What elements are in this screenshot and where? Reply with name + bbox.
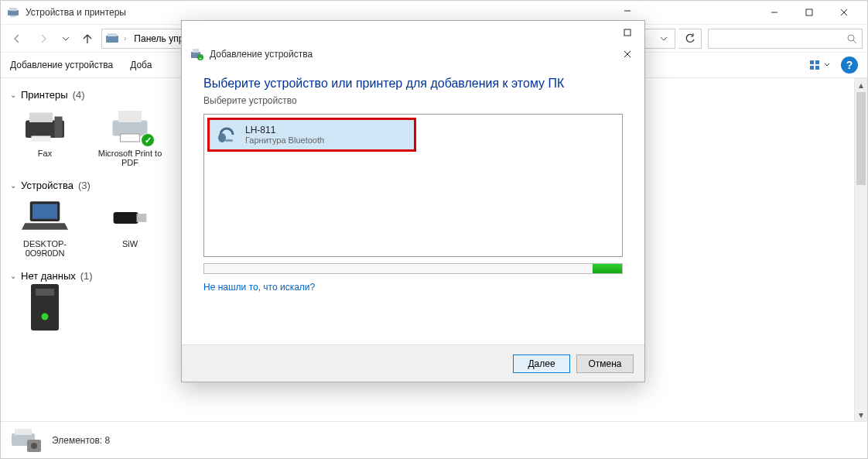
scroll-down-button[interactable]: ▾ bbox=[855, 408, 867, 421]
svg-rect-21 bbox=[121, 134, 140, 142]
item-label: SiW bbox=[122, 239, 138, 248]
device-item-microsoft-print-pdf[interactable]: ✓ Microsoft Print to PDF bbox=[95, 107, 165, 167]
svg-rect-11 bbox=[810, 60, 814, 64]
cancel-button[interactable]: Отмена bbox=[576, 355, 634, 373]
svg-point-9 bbox=[848, 35, 854, 41]
vertical-scrollbar[interactable]: ▴ ▾ bbox=[854, 78, 867, 421]
nav-back-button[interactable] bbox=[5, 28, 29, 50]
bluetooth-headset-icon bbox=[216, 124, 238, 146]
usb-drive-icon bbox=[107, 197, 153, 236]
status-text: Элементов: 8 bbox=[52, 435, 110, 446]
scroll-up-button[interactable]: ▴ bbox=[855, 78, 867, 91]
status-count: 8 bbox=[105, 435, 111, 446]
chevron-down-icon: ⌄ bbox=[10, 181, 16, 190]
help-link[interactable]: Не нашли то, что искали? bbox=[203, 282, 623, 293]
svg-point-41 bbox=[218, 133, 226, 142]
default-check-icon: ✓ bbox=[141, 133, 155, 147]
device-type: Гарнитура Bluetooth bbox=[245, 135, 324, 145]
svg-rect-12 bbox=[815, 60, 819, 64]
nav-up-button[interactable] bbox=[77, 28, 98, 50]
svg-rect-25 bbox=[137, 214, 147, 222]
status-devices-icon bbox=[9, 426, 43, 455]
fax-icon bbox=[22, 107, 68, 146]
laptop-icon bbox=[22, 197, 68, 236]
pc-tower-icon bbox=[22, 288, 68, 327]
parent-minimize-button[interactable] bbox=[757, 2, 791, 23]
group-label: Принтеры bbox=[21, 89, 68, 101]
svg-rect-34 bbox=[624, 29, 630, 36]
dialog-body: Выберите устройство или принтер для доба… bbox=[182, 67, 644, 344]
view-icon bbox=[809, 60, 823, 70]
dialog-titlebar bbox=[182, 21, 644, 44]
svg-point-28 bbox=[42, 313, 49, 320]
dialog-maximize-button[interactable] bbox=[610, 22, 644, 43]
device-list-item-selected[interactable]: LH-811 Гарнитура Bluetooth bbox=[207, 118, 416, 152]
svg-rect-7 bbox=[106, 36, 118, 43]
svg-line-10 bbox=[853, 40, 856, 43]
svg-rect-38 bbox=[193, 49, 199, 53]
parent-maximize-button[interactable] bbox=[791, 2, 826, 23]
search-icon bbox=[846, 33, 857, 44]
svg-rect-23 bbox=[32, 204, 57, 219]
device-item-unknown[interactable] bbox=[10, 288, 80, 330]
item-label: DESKTOP-0O9R0DN bbox=[10, 239, 80, 258]
svg-rect-30 bbox=[15, 429, 32, 435]
next-button[interactable]: Далее bbox=[513, 355, 570, 373]
refresh-button[interactable] bbox=[678, 29, 702, 49]
dialog-footer: Далее Отмена bbox=[182, 344, 644, 382]
status-label: Элементов: bbox=[52, 435, 102, 446]
svg-text:+: + bbox=[199, 56, 202, 60]
breadcrumb-dropdown[interactable] bbox=[656, 35, 672, 43]
svg-rect-4 bbox=[806, 9, 812, 15]
devices-printers-icon bbox=[7, 6, 19, 19]
dialog-title: Добавление устройства bbox=[210, 49, 313, 60]
device-item-desktop[interactable]: DESKTOP-0O9R0DN bbox=[10, 197, 80, 258]
breadcrumb-item[interactable]: Панель упр bbox=[131, 33, 186, 44]
scroll-thumb[interactable] bbox=[856, 92, 866, 185]
nav-forward-button[interactable] bbox=[32, 28, 55, 50]
device-name: LH-811 bbox=[245, 125, 324, 135]
svg-rect-13 bbox=[810, 66, 814, 70]
item-label: Fax bbox=[38, 149, 52, 158]
dialog-subtext: Выберите устройство bbox=[203, 95, 623, 106]
add-device-icon: + bbox=[190, 47, 203, 61]
svg-rect-0 bbox=[8, 10, 19, 15]
view-options-dropdown[interactable] bbox=[805, 57, 835, 73]
parent-close-button[interactable] bbox=[826, 2, 861, 23]
dialog-minimize-button[interactable] bbox=[610, 0, 644, 22]
svg-rect-2 bbox=[10, 15, 16, 17]
printer-icon: ✓ bbox=[107, 107, 153, 146]
dialog-instruction: Выберите устройство или принтер для доба… bbox=[203, 77, 623, 91]
svg-rect-18 bbox=[32, 136, 51, 142]
chevron-down-icon: ⌄ bbox=[10, 272, 16, 280]
cmd-add-printer[interactable]: Доба bbox=[130, 60, 152, 70]
svg-rect-24 bbox=[114, 212, 138, 224]
progress-fill bbox=[593, 264, 622, 273]
item-label: Microsoft Print to PDF bbox=[95, 149, 165, 167]
breadcrumb-icon bbox=[105, 32, 119, 46]
svg-point-32 bbox=[31, 443, 37, 449]
group-count: (1) bbox=[80, 270, 93, 282]
parent-title: Устройства и принтеры bbox=[26, 7, 757, 18]
svg-rect-16 bbox=[29, 113, 53, 123]
status-bar: Элементов: 8 bbox=[1, 421, 867, 458]
device-item-fax[interactable]: Fax bbox=[10, 107, 80, 167]
svg-rect-14 bbox=[815, 66, 819, 70]
chevron-down-icon bbox=[823, 61, 831, 69]
svg-rect-20 bbox=[118, 111, 142, 122]
help-button[interactable]: ? bbox=[841, 57, 858, 74]
cmd-add-device[interactable]: Добавление устройства bbox=[10, 60, 113, 70]
search-input[interactable] bbox=[708, 29, 863, 49]
chevron-down-icon: ⌄ bbox=[10, 91, 16, 99]
device-item-siw[interactable]: SiW bbox=[95, 197, 165, 258]
device-list[interactable]: LH-811 Гарнитура Bluetooth bbox=[203, 114, 623, 257]
svg-rect-8 bbox=[108, 33, 117, 36]
search-progress-bar bbox=[203, 263, 623, 274]
nav-history-dropdown[interactable] bbox=[58, 35, 73, 43]
group-count: (3) bbox=[78, 180, 91, 191]
breadcrumb-chevron-icon: › bbox=[122, 34, 128, 43]
group-count: (4) bbox=[73, 89, 85, 101]
svg-rect-27 bbox=[36, 289, 54, 296]
svg-rect-42 bbox=[225, 139, 233, 142]
group-label: Устройства bbox=[21, 180, 73, 191]
